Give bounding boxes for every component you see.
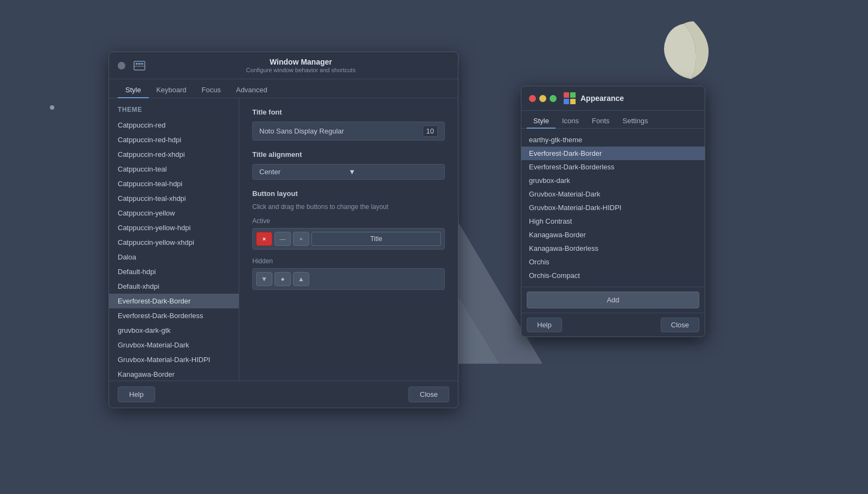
alignment-section: Title alignment Center ▼	[252, 150, 445, 180]
theme-item[interactable]: Everforest-Dark-Borderless	[109, 308, 239, 323]
alignment-value: Center	[259, 168, 349, 176]
traffic-light-red[interactable]	[529, 95, 536, 102]
theme-item[interactable]: Catppuccin-yellow-xhdpi	[109, 235, 239, 250]
wm-right-panel: Title font Noto Sans Display Regular 10 …	[239, 98, 458, 381]
app-theme-item[interactable]: earthy-gtk-theme	[521, 133, 705, 147]
theme-item[interactable]: Catppuccin-yellow-hdpi	[109, 220, 239, 235]
button-layout-desc: Click and drag the buttons to change the…	[252, 203, 445, 211]
svg-rect-5	[138, 63, 141, 65]
wm-tabs: Style Keyboard Focus Advanced	[109, 79, 458, 98]
alignment-label: Title alignment	[252, 150, 445, 159]
active-button-row[interactable]: × — + Title	[252, 228, 445, 250]
wm-title-group: Window Manager Configure window behavior…	[152, 58, 449, 73]
theme-item[interactable]: Catppuccin-teal	[109, 162, 239, 176]
minimize-button[interactable]: —	[275, 232, 291, 246]
appearance-add-section: Add	[521, 287, 705, 313]
button-layout-label: Button layout	[252, 189, 445, 198]
app-theme-item[interactable]: Gruvbox-Material-Dark-HIDPI	[521, 201, 705, 214]
appearance-tabs: Style Icons Fonts Settings	[521, 111, 705, 129]
hidden-btn-icon-1: ▼	[261, 275, 267, 283]
appearance-titlebar: Appearance	[521, 86, 705, 111]
hidden-btn-icon-2: ●	[280, 275, 284, 283]
svg-rect-8	[564, 92, 569, 98]
theme-list-header: Theme	[109, 104, 239, 118]
wm-traffic-light	[118, 62, 125, 69]
svg-rect-4	[136, 63, 138, 65]
hidden-btn-1[interactable]: ▼	[256, 272, 272, 286]
app-theme-item[interactable]: Orchis	[521, 255, 705, 269]
theme-item[interactable]: Catppuccin-red-hdpi	[109, 132, 239, 147]
svg-rect-3	[134, 61, 145, 70]
title-button[interactable]: Title	[311, 232, 441, 246]
hidden-btn-2[interactable]: ●	[275, 272, 291, 286]
maximize-icon: +	[299, 236, 303, 242]
theme-item[interactable]: Catppuccin-red	[109, 118, 239, 132]
svg-rect-10	[564, 99, 569, 104]
app-theme-item[interactable]: Kanagawa-Border	[521, 228, 705, 242]
app-tab-settings[interactable]: Settings	[616, 114, 655, 129]
app-traffic-lights	[529, 95, 557, 102]
font-name: Noto Sans Display Regular	[259, 127, 423, 135]
wm-body: Theme Catppuccin-red Catppuccin-red-hdpi…	[109, 98, 458, 381]
appearance-theme-list[interactable]: earthy-gtk-theme Everforest-Dark-Border …	[521, 129, 705, 287]
theme-item-selected[interactable]: Everforest-Dark-Border	[109, 294, 239, 308]
app-theme-item[interactable]: Everforest-Dark-Borderless	[521, 160, 705, 174]
wm-close-button[interactable]: Close	[409, 387, 449, 402]
theme-item[interactable]: Catppuccin-red-xhdpi	[109, 147, 239, 162]
app-theme-item[interactable]: Orchis-Compact	[521, 269, 705, 282]
theme-item[interactable]: gruvbox-dark-gtk	[109, 323, 239, 338]
app-theme-item-selected[interactable]: Everforest-Dark-Border	[521, 147, 705, 160]
moon-decoration	[651, 16, 716, 81]
theme-item[interactable]: Catppuccin-teal-hdpi	[109, 176, 239, 191]
wm-dialog: Window Manager Configure window behavior…	[108, 52, 458, 408]
theme-item[interactable]: Gruvbox-Material-Dark	[109, 338, 239, 352]
theme-item[interactable]: Daloa	[109, 250, 239, 264]
traffic-light-green[interactable]	[550, 95, 557, 102]
appearance-help-button[interactable]: Help	[527, 318, 562, 332]
hidden-button-row[interactable]: ▼ ● ▲	[252, 268, 445, 290]
close-icon: ×	[263, 236, 266, 242]
wm-title: Window Manager	[152, 58, 449, 66]
appearance-footer: Help Close	[521, 313, 705, 337]
active-label: Active	[252, 217, 445, 225]
tab-keyboard[interactable]: Keyboard	[149, 83, 194, 98]
theme-item[interactable]: Default-xhdpi	[109, 279, 239, 294]
app-theme-item[interactable]: gruvbox-dark	[521, 174, 705, 187]
wm-titlebar: Window Manager Configure window behavior…	[109, 52, 458, 79]
maximize-button[interactable]: +	[293, 232, 309, 246]
traffic-light-yellow[interactable]	[539, 95, 546, 102]
tab-style[interactable]: Style	[118, 83, 149, 98]
svg-rect-11	[570, 99, 576, 104]
app-theme-item[interactable]: High Contrast	[521, 214, 705, 228]
chevron-down-icon: ▼	[349, 168, 438, 176]
hidden-label: Hidden	[252, 257, 445, 265]
theme-item[interactable]: Default-hdpi	[109, 264, 239, 279]
appearance-title: Appearance	[580, 94, 624, 103]
font-size[interactable]: 10	[423, 125, 438, 137]
appearance-add-button[interactable]: Add	[527, 292, 699, 308]
app-tab-style[interactable]: Style	[527, 114, 556, 129]
appearance-dialog: Appearance Style Icons Fonts Settings ea…	[521, 86, 705, 337]
app-theme-item[interactable]: Gruvbox-Material-Dark	[521, 187, 705, 201]
font-row[interactable]: Noto Sans Display Regular 10	[252, 122, 445, 141]
tab-advanced[interactable]: Advanced	[228, 83, 275, 98]
wm-subtitle: Configure window behavior and shortcuts	[152, 67, 449, 73]
app-theme-item[interactable]: Kanagawa-Borderless	[521, 242, 705, 255]
title-font-label: Title font	[252, 108, 445, 116]
app-tab-fonts[interactable]: Fonts	[585, 114, 616, 129]
wm-help-button[interactable]: Help	[118, 387, 155, 402]
appearance-close-button[interactable]: Close	[661, 318, 699, 332]
desktop-bullet	[50, 105, 54, 110]
tab-focus[interactable]: Focus	[194, 83, 228, 98]
theme-item[interactable]: Catppuccin-yellow	[109, 206, 239, 220]
app-tab-icons[interactable]: Icons	[556, 114, 585, 129]
alignment-select[interactable]: Center ▼	[252, 164, 445, 180]
theme-item[interactable]: Kanagawa-Border	[109, 367, 239, 381]
theme-list[interactable]: Theme Catppuccin-red Catppuccin-red-hdpi…	[109, 98, 239, 381]
theme-item[interactable]: Catppuccin-teal-xhdpi	[109, 191, 239, 206]
theme-item[interactable]: Gruvbox-Material-Dark-HIDPI	[109, 352, 239, 367]
svg-rect-6	[141, 63, 143, 65]
close-button[interactable]: ×	[256, 232, 272, 246]
hidden-btn-3[interactable]: ▲	[293, 272, 309, 286]
svg-rect-9	[570, 92, 576, 98]
